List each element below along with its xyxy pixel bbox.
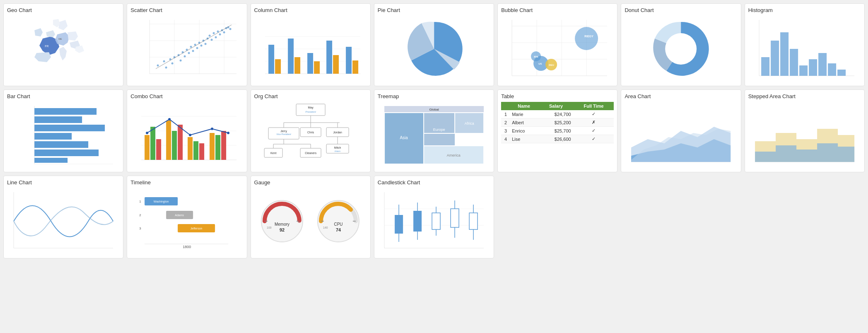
svg-rect-106 <box>199 143 204 160</box>
svg-text:Adams: Adams <box>175 214 184 217</box>
svg-point-32 <box>211 39 213 41</box>
scatter-chart-area <box>130 16 243 82</box>
area-chart-svg <box>624 102 737 168</box>
svg-rect-195 <box>451 209 459 227</box>
row-salary: $26,600 <box>538 135 573 143</box>
bar-chart-card: Bar Chart <box>3 89 123 172</box>
svg-point-29 <box>205 43 207 45</box>
svg-rect-189 <box>395 215 403 234</box>
stepped-area-svg <box>748 102 861 168</box>
bubble-chart-card: Bubble Chart RIEGY US DEU <box>497 3 617 86</box>
svg-line-42 <box>156 25 231 69</box>
svg-text:FR: FR <box>45 45 48 48</box>
data-table: Name Salary Full Time 1 Marie $24,700 ✓ … <box>501 102 614 143</box>
svg-rect-53 <box>326 41 332 74</box>
svg-rect-193 <box>432 213 440 229</box>
svg-text:1800: 1800 <box>183 245 191 249</box>
svg-text:Chris: Chris <box>307 131 314 134</box>
row-salary: $25,200 <box>538 118 573 127</box>
svg-point-21 <box>188 52 190 54</box>
histogram-area <box>748 16 861 82</box>
svg-point-19 <box>184 56 186 58</box>
column-chart-svg <box>254 16 367 82</box>
svg-rect-105 <box>193 141 198 160</box>
row-name: Enrico <box>509 127 538 135</box>
svg-rect-76 <box>761 57 769 76</box>
row-fulltime: ✓ <box>574 110 614 118</box>
svg-text:140: 140 <box>323 226 328 229</box>
bar-chart-title: Bar Chart <box>7 93 120 99</box>
svg-text:3: 3 <box>139 227 141 230</box>
svg-rect-93 <box>34 158 68 163</box>
svg-rect-104 <box>188 137 193 160</box>
svg-text:May: May <box>308 106 313 109</box>
svg-rect-47 <box>268 45 274 74</box>
svg-rect-78 <box>780 32 788 76</box>
table-row: 3 Enrico $25,700 ✓ <box>501 127 614 135</box>
column-chart-card: Column Chart <box>251 3 371 86</box>
treemap-card: Treemap Global Asia Europe Africa Americ… <box>374 89 494 172</box>
svg-rect-107 <box>210 133 215 160</box>
geo-chart-svg: FR DE <box>7 16 120 82</box>
svg-text:America: America <box>446 153 460 157</box>
bubble-chart-title: Bubble Chart <box>501 7 614 13</box>
col-header-fulltime: Full Time <box>574 102 614 110</box>
svg-point-111 <box>168 118 171 121</box>
stepped-area-area <box>748 102 861 168</box>
row-name: Albert <box>509 118 538 127</box>
svg-point-22 <box>190 46 192 48</box>
table-chart-card: Table Name Salary Full Time 1 Marie $24, <box>497 89 617 172</box>
area-chart-area <box>624 102 737 168</box>
svg-rect-108 <box>215 135 220 160</box>
donut-chart-svg <box>624 16 737 82</box>
memory-gauge: Memory 92 100 <box>258 198 306 245</box>
svg-point-114 <box>227 132 229 134</box>
table-row: 2 Albert $25,200 ✗ <box>501 118 614 127</box>
svg-text:DE: DE <box>58 38 62 40</box>
svg-point-17 <box>180 60 182 62</box>
column-chart-title: Column Chart <box>254 7 367 13</box>
svg-rect-89 <box>34 125 105 131</box>
line-chart-svg <box>7 188 120 254</box>
row-salary: $24,700 <box>538 110 573 118</box>
svg-text:1: 1 <box>139 200 141 203</box>
org-chart-area: May President Jerry Vice President Chris… <box>254 102 367 168</box>
svg-rect-55 <box>346 47 352 74</box>
svg-point-14 <box>171 63 174 65</box>
table-chart-area: Name Salary Full Time 1 Marie $24,700 ✓ … <box>501 102 614 143</box>
treemap-title: Treemap <box>378 93 490 99</box>
svg-rect-48 <box>275 59 281 74</box>
line-chart-area <box>7 188 120 254</box>
svg-rect-77 <box>771 41 779 76</box>
candlestick-area <box>378 188 490 254</box>
pie-chart-title: Pie Chart <box>378 7 490 13</box>
svg-rect-99 <box>150 127 155 160</box>
timeline-area: 1 Washington 2 Adams 3 Jefferson 1800 <box>130 188 243 254</box>
svg-rect-81 <box>809 59 817 76</box>
svg-text:Kent: Kent <box>270 152 276 154</box>
svg-rect-197 <box>469 213 477 229</box>
table-chart-title: Table <box>501 93 614 99</box>
bubble-chart-svg: RIEGY US DEU IRN <box>501 16 614 82</box>
candlestick-title: Candlestick Chart <box>378 179 490 186</box>
treemap-area: Global Asia Europe Africa America <box>378 102 490 168</box>
bar-chart-svg <box>7 102 120 168</box>
svg-rect-101 <box>166 121 171 160</box>
col-header-salary: Salary <box>538 102 573 110</box>
pie-chart-svg <box>378 16 490 82</box>
org-chart-title: Org Chart <box>254 93 367 99</box>
row-num: 2 <box>501 118 509 127</box>
col-header-name: Name <box>509 102 538 110</box>
combo-chart-card: Combo Chart <box>127 89 247 172</box>
gauge-title: Gauge <box>254 179 367 186</box>
svg-text:Asia: Asia <box>400 135 408 140</box>
pie-chart-area <box>378 16 490 82</box>
row-salary: $25,700 <box>538 127 573 135</box>
bar-chart-area <box>7 102 120 168</box>
svg-text:Jefferson: Jefferson <box>190 227 203 230</box>
svg-text:US: US <box>538 63 542 65</box>
svg-point-10 <box>157 65 159 67</box>
svg-rect-52 <box>314 61 320 74</box>
table-row: 4 Lise $26,600 ✓ <box>501 135 614 143</box>
svg-rect-82 <box>818 53 827 76</box>
